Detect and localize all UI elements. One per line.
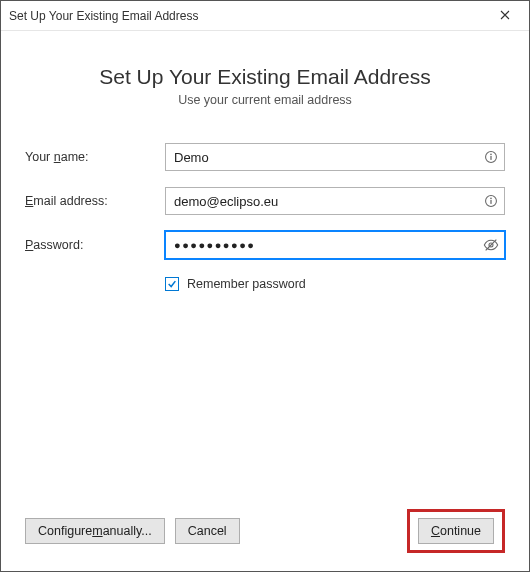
password-mask: ●●●●●●●●●● <box>174 239 255 251</box>
configure-manually-button[interactable]: Configure manually... <box>25 518 165 544</box>
eye-off-icon[interactable] <box>483 237 499 253</box>
close-button[interactable] <box>485 2 525 30</box>
name-input[interactable] <box>165 143 505 171</box>
password-input[interactable]: ●●●●●●●●●● <box>165 231 505 259</box>
remember-label: Remember password <box>187 277 306 291</box>
password-label: Password: <box>25 238 165 252</box>
close-icon <box>500 9 510 23</box>
dialog-footer: Configure manually... Cancel Continue <box>25 495 505 553</box>
name-label: Your name: <box>25 150 165 164</box>
window-title: Set Up Your Existing Email Address <box>9 9 485 23</box>
cancel-button[interactable]: Cancel <box>175 518 240 544</box>
continue-highlight: Continue <box>407 509 505 553</box>
remember-checkbox[interactable] <box>165 277 179 291</box>
remember-row: Remember password <box>165 277 505 291</box>
spacer <box>25 291 505 495</box>
svg-point-1 <box>490 154 492 156</box>
name-field-wrap <box>165 143 505 171</box>
email-input[interactable] <box>165 187 505 215</box>
page-heading: Set Up Your Existing Email Address <box>25 65 505 89</box>
info-icon[interactable] <box>483 193 499 209</box>
svg-rect-5 <box>490 200 491 204</box>
password-field-wrap: ●●●●●●●●●● <box>165 231 505 259</box>
info-icon[interactable] <box>483 149 499 165</box>
email-setup-form: Your name: Email address: Password: <box>25 143 505 291</box>
svg-point-4 <box>490 198 492 200</box>
email-field-wrap <box>165 187 505 215</box>
page-subheading: Use your current email address <box>25 93 505 107</box>
email-label: Email address: <box>25 194 165 208</box>
continue-button[interactable]: Continue <box>418 518 494 544</box>
titlebar: Set Up Your Existing Email Address <box>1 1 529 31</box>
svg-rect-2 <box>490 156 491 160</box>
dialog-content: Set Up Your Existing Email Address Use y… <box>1 31 529 571</box>
dialog-window: Set Up Your Existing Email Address Set U… <box>0 0 530 572</box>
